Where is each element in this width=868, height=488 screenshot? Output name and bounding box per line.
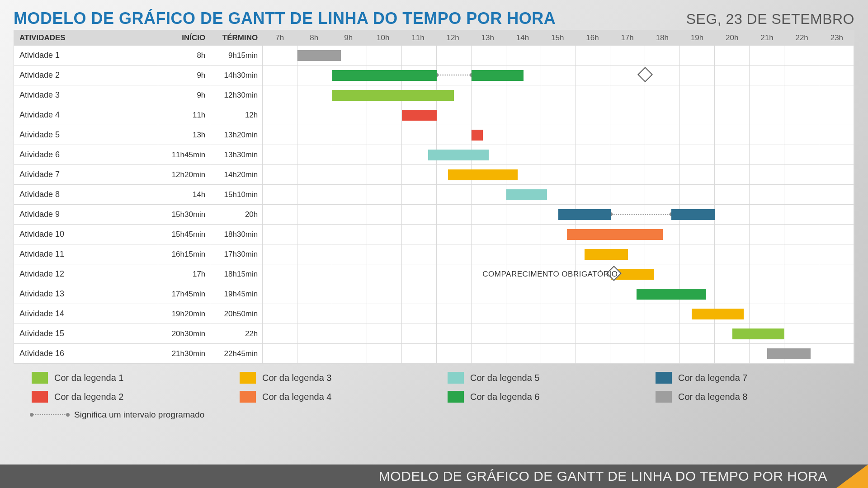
activity-name: Atividade 8	[14, 185, 158, 205]
end-time: 12h	[210, 105, 263, 125]
table-row: Atividade 1217h18h15minCOMPARECIMENTO OB…	[14, 264, 854, 284]
table-row: Atividade 29h14h30min	[14, 66, 854, 85]
legend-swatch-icon	[32, 372, 48, 384]
hour-header: 18h	[645, 30, 679, 46]
table-row: Atividade 814h15h10min	[14, 185, 854, 205]
activity-name: Atividade 2	[14, 66, 158, 85]
activity-name: Atividade 4	[14, 105, 158, 125]
end-time: 17h30min	[210, 244, 263, 264]
start-time: 17h	[158, 264, 210, 284]
end-time: 14h20min	[210, 165, 263, 185]
table-row: Atividade 39h12h30min	[14, 85, 854, 105]
legend-swatch-icon	[656, 391, 672, 403]
table-row: Atividade 1621h30min22h45min	[14, 344, 854, 364]
interval-marker	[437, 75, 472, 75]
bar-cell	[263, 244, 854, 264]
legend-swatch-icon	[240, 372, 256, 384]
hour-header: 19h	[679, 30, 714, 46]
legend-label: Cor da legenda 6	[470, 392, 539, 402]
start-time: 11h45min	[158, 145, 210, 165]
start-time: 11h	[158, 105, 210, 125]
gantt-bar	[332, 90, 454, 101]
bar-cell	[263, 225, 854, 244]
gantt-bar	[428, 150, 489, 160]
bar-cell	[263, 125, 854, 145]
gantt-bar	[402, 110, 437, 121]
end-time: 20h	[210, 205, 263, 225]
legend-swatch-icon	[448, 391, 464, 403]
col-start-header: INÍCIO	[158, 30, 210, 46]
footer-bar: MODELO DE GRÁFICO DE GANTT DE LINHA DO T…	[0, 465, 868, 488]
table-row: Atividade 1015h45min18h30min	[14, 225, 854, 244]
legend-item: Cor da legenda 1	[32, 372, 203, 384]
legend: Cor da legenda 1Cor da legenda 3Cor da l…	[14, 372, 854, 420]
start-time: 21h30min	[158, 344, 210, 364]
end-time: 20h50min	[210, 304, 263, 324]
activity-name: Atividade 11	[14, 244, 158, 264]
hour-header: 17h	[610, 30, 645, 46]
table-row: Atividade 18h9h15min	[14, 46, 854, 66]
activity-name: Atividade 6	[14, 145, 158, 165]
bar-cell	[263, 165, 854, 185]
end-time: 22h	[210, 324, 263, 344]
gantt-bar	[332, 70, 437, 81]
hour-header: 8h	[297, 30, 331, 46]
legend-item: Cor da legenda 2	[32, 391, 203, 403]
end-time: 19h45min	[210, 284, 263, 304]
bar-cell	[263, 85, 854, 105]
bar-cell	[263, 46, 854, 66]
activity-name: Atividade 9	[14, 205, 158, 225]
hour-header: 9h	[331, 30, 366, 46]
hour-header: 15h	[540, 30, 575, 46]
date-label: SEG, 23 DE SETEMBRO	[686, 11, 854, 28]
table-row: Atividade 1520h30min22h	[14, 324, 854, 344]
gantt-bar	[472, 130, 483, 141]
legend-item: Cor da legenda 7	[656, 372, 827, 384]
gantt-bar	[671, 209, 715, 220]
gantt-bar	[637, 289, 706, 300]
milestone-note: COMPARECIMENTO OBRIGATÓRIO	[482, 270, 618, 279]
legend-label: Cor da legenda 7	[678, 373, 747, 383]
activity-name: Atividade 1	[14, 46, 158, 66]
activity-name: Atividade 12	[14, 264, 158, 284]
interval-marker	[611, 214, 672, 215]
footer-title: MODELO DE GRÁFICO DE GANTT DE LINHA DO T…	[379, 469, 827, 484]
start-time: 14h	[158, 185, 210, 205]
gantt-bar	[558, 209, 610, 220]
table-row: Atividade 1419h20min20h50min	[14, 304, 854, 324]
hour-header: 23h	[819, 30, 854, 46]
gantt-table: ATIVIDADES INÍCIO TÉRMINO 7h8h9h10h11h12…	[14, 30, 854, 364]
end-time: 9h15min	[210, 46, 263, 66]
footer-accent-icon	[836, 465, 868, 488]
gantt-bar	[567, 229, 663, 240]
interval-icon	[32, 414, 68, 415]
end-time: 13h30min	[210, 145, 263, 165]
bar-cell	[263, 185, 854, 205]
bar-cell	[263, 344, 854, 364]
bar-cell	[263, 304, 854, 324]
start-time: 15h30min	[158, 205, 210, 225]
table-row: Atividade 1317h45min19h45min	[14, 284, 854, 304]
table-row: Atividade 712h20min14h20min	[14, 165, 854, 185]
legend-label: Cor da legenda 2	[54, 392, 123, 402]
legend-label: Cor da legenda 8	[678, 392, 747, 402]
start-time: 15h45min	[158, 225, 210, 244]
end-time: 22h45min	[210, 344, 263, 364]
activity-name: Atividade 5	[14, 125, 158, 145]
bar-cell	[263, 205, 854, 225]
col-end-header: TÉRMINO	[210, 30, 263, 46]
start-time: 9h	[158, 85, 210, 105]
bar-cell	[263, 66, 854, 85]
end-time: 15h10min	[210, 185, 263, 205]
end-time: 13h20min	[210, 125, 263, 145]
start-time: 8h	[158, 46, 210, 66]
legend-label: Cor da legenda 3	[262, 373, 331, 383]
legend-swatch-icon	[656, 372, 672, 384]
table-row: Atividade 513h13h20min	[14, 125, 854, 145]
legend-label: Cor da legenda 5	[470, 373, 539, 383]
table-row: Atividade 611h45min13h30min	[14, 145, 854, 165]
legend-swatch-icon	[32, 391, 48, 403]
table-row: Atividade 411h12h	[14, 105, 854, 125]
activity-name: Atividade 7	[14, 165, 158, 185]
gantt-bar	[297, 50, 341, 61]
